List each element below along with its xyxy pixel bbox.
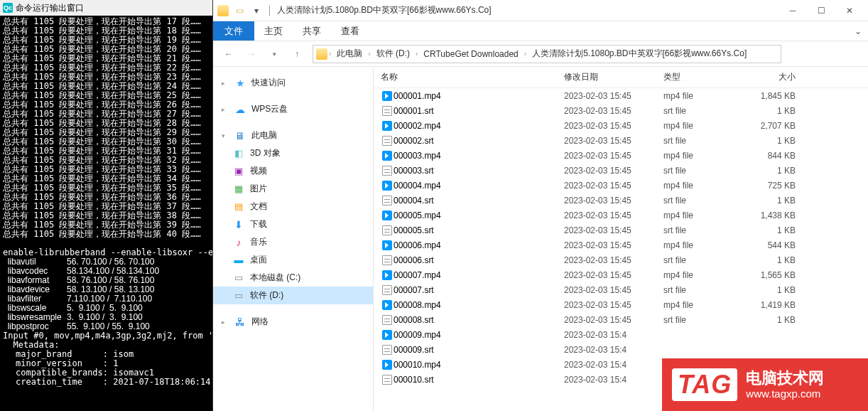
sidebar-item-quick-access[interactable]: ▸ ★ 快速访问 xyxy=(213,74,373,92)
file-row[interactable]: 000008.mp4 2023-02-03 15:45 mp4 file 1,4… xyxy=(374,297,868,312)
file-type: srt file xyxy=(663,136,746,146)
folder-icon xyxy=(217,5,229,16)
file-name: 000006.mp4 xyxy=(394,240,564,250)
video-file-icon xyxy=(381,269,394,281)
ribbon-tab-view[interactable]: 查看 xyxy=(331,21,369,41)
breadcrumb-folder2[interactable]: 人类清除计划5.1080p.BD中英双字[66影视www.66Ys.Co] xyxy=(528,48,751,60)
file-row[interactable]: 000007.srt 2023-02-03 15:45 srt file 1 K… xyxy=(374,282,868,297)
file-size: 1,438 KB xyxy=(746,210,803,220)
file-row[interactable]: 000006.srt 2023-02-03 15:45 srt file 1 K… xyxy=(374,252,868,267)
file-date: 2023-02-03 15:45 xyxy=(564,121,663,131)
file-row[interactable]: 000001.mp4 2023-02-03 15:45 mp4 file 1,8… xyxy=(374,88,868,103)
sidebar-item-wps[interactable]: ▸ ☁ WPS云盘 xyxy=(213,100,373,118)
chevron-right-icon[interactable]: ▸ xyxy=(222,319,229,326)
breadcrumb-sep-icon[interactable]: › xyxy=(329,50,331,58)
column-header-name[interactable]: 名称 xyxy=(381,71,564,83)
column-header-size[interactable]: 大小 xyxy=(746,71,803,83)
minimize-button[interactable]: ─ xyxy=(779,1,807,21)
video-file-icon xyxy=(381,299,394,311)
breadcrumb-sep-icon[interactable]: › xyxy=(416,50,418,58)
file-size: 1,419 KB xyxy=(746,300,803,310)
sidebar-item-label: 本地磁盘 (C:) xyxy=(250,272,300,284)
nav-back-button[interactable]: ← xyxy=(219,44,239,64)
sidebar-item-label: 文档 xyxy=(250,201,267,213)
file-row[interactable]: 000007.mp4 2023-02-03 15:45 mp4 file 1,5… xyxy=(374,267,868,282)
nav-forward-button[interactable]: → xyxy=(242,44,261,64)
file-date: 2023-02-03 15:45 xyxy=(564,181,663,191)
file-row[interactable]: 000005.mp4 2023-02-03 15:45 mp4 file 1,4… xyxy=(374,208,868,223)
file-date: 2023-02-03 15:45 xyxy=(564,136,663,146)
maximize-button[interactable]: ☐ xyxy=(807,1,835,21)
qat-dropdown-icon[interactable]: ▾ xyxy=(250,5,263,16)
close-button[interactable]: ✕ xyxy=(835,1,864,21)
sidebar-item-music[interactable]: ♪音乐 xyxy=(213,233,373,251)
explorer-window: ▭ ▾ │ 人类清除计划5.1080p.BD中英双字[66影视www.66Ys.… xyxy=(213,0,868,411)
file-type: srt file xyxy=(663,255,746,265)
sidebar-item-video[interactable]: ▣视频 xyxy=(213,162,373,180)
chevron-down-icon[interactable]: ▾ xyxy=(222,132,229,139)
sidebar-item-drive-c[interactable]: ▭本地磁盘 (C:) xyxy=(213,269,373,287)
window-title: 人类清除计划5.1080p.BD中英双字[66影视www.66Ys.Co] xyxy=(277,4,492,16)
file-row[interactable]: 000009.mp4 2023-02-03 15:4 xyxy=(374,327,868,342)
file-size: 1 KB xyxy=(746,106,803,116)
file-date: 2023-02-03 15:4 xyxy=(564,375,663,385)
watermark-overlay: TAG 电脑技术网 www.tagxp.com xyxy=(662,358,868,411)
column-header-type[interactable]: 类型 xyxy=(663,71,746,83)
breadcrumb-sep-icon[interactable]: › xyxy=(524,50,526,58)
watermark-title: 电脑技术网 xyxy=(746,369,824,388)
ribbon-file-tab[interactable]: 文件 xyxy=(213,21,254,41)
file-row[interactable]: 000001.srt 2023-02-03 15:45 srt file 1 K… xyxy=(374,103,868,118)
file-row[interactable]: 000002.srt 2023-02-03 15:45 srt file 1 K… xyxy=(374,133,868,148)
console-titlebar[interactable]: Qc 命令运行输出窗口 xyxy=(0,0,212,16)
sidebar-item-network[interactable]: ▸ 🖧 网络 xyxy=(213,313,373,331)
file-row[interactable]: 000005.srt 2023-02-03 15:45 srt file 1 K… xyxy=(374,223,868,237)
address-bar[interactable]: › 此电脑 › 软件 (D:) › CRTubeGet Downloaded ›… xyxy=(313,45,781,63)
file-row[interactable]: 000008.srt 2023-02-03 15:45 srt file 1 K… xyxy=(374,312,868,327)
sidebar-item-desktop[interactable]: ▬桌面 xyxy=(213,251,373,269)
sidebar-item-pictures[interactable]: ▦图片 xyxy=(213,180,373,198)
video-icon: ▣ xyxy=(233,166,244,177)
hdd-icon: ▭ xyxy=(233,272,244,284)
video-file-icon xyxy=(381,240,394,251)
nav-up-button[interactable]: ↑ xyxy=(287,44,307,64)
file-row[interactable]: 000004.srt 2023-02-03 15:45 srt file 1 K… xyxy=(374,193,868,208)
file-row[interactable]: 000004.mp4 2023-02-03 15:45 mp4 file 725… xyxy=(374,178,868,193)
file-date: 2023-02-03 15:45 xyxy=(564,196,663,206)
video-file-icon xyxy=(381,150,394,161)
breadcrumb-drive[interactable]: 软件 (D:) xyxy=(372,48,414,60)
qat-props-icon[interactable]: ▭ xyxy=(233,5,246,16)
file-row[interactable]: 000006.mp4 2023-02-03 15:45 mp4 file 544… xyxy=(374,237,868,252)
chevron-right-icon[interactable]: ▸ xyxy=(222,80,229,87)
breadcrumb-folder1[interactable]: CRTubeGet Downloaded xyxy=(419,49,522,59)
explorer-titlebar[interactable]: ▭ ▾ │ 人类清除计划5.1080p.BD中英双字[66影视www.66Ys.… xyxy=(213,0,868,21)
subtitle-file-icon xyxy=(381,105,394,117)
ribbon-tab-share[interactable]: 共享 xyxy=(293,21,331,41)
sidebar-item-label: 网络 xyxy=(251,316,268,328)
sidebar-item-downloads[interactable]: ⬇下载 xyxy=(213,215,373,233)
column-header-date[interactable]: 修改日期 xyxy=(564,71,663,83)
file-name: 000009.srt xyxy=(394,345,564,355)
breadcrumb-pc[interactable]: 此电脑 xyxy=(332,48,367,60)
file-date: 2023-02-03 15:45 xyxy=(564,270,663,280)
sidebar-item-3d[interactable]: ◧3D 对象 xyxy=(213,144,373,162)
subtitle-file-icon xyxy=(381,344,394,356)
pc-icon: 🖥 xyxy=(234,130,246,142)
file-type: mp4 file xyxy=(663,121,746,131)
file-name: 000010.srt xyxy=(394,375,564,385)
console-output[interactable]: 总共有 1105 段要处理，现在开始导出第 17 段……总共有 1105 段要处… xyxy=(0,16,212,388)
sidebar-item-this-pc[interactable]: ▾ 🖥 此电脑 xyxy=(213,127,373,144)
sidebar-item-label: 软件 (D:) xyxy=(250,289,283,301)
nav-recent-dropdown[interactable]: ▾ xyxy=(264,44,284,64)
ribbon-tab-home[interactable]: 主页 xyxy=(254,21,293,41)
sidebar-item-drive-d[interactable]: ▭软件 (D:) xyxy=(213,287,373,304)
file-row[interactable]: 000003.srt 2023-02-03 15:45 srt file 1 K… xyxy=(374,163,868,178)
file-row[interactable]: 000002.mp4 2023-02-03 15:45 mp4 file 2,7… xyxy=(374,118,868,133)
ribbon-expand-icon[interactable]: ⌄ xyxy=(848,21,868,41)
file-type: mp4 file xyxy=(663,181,746,191)
sidebar-item-documents[interactable]: ▤文档 xyxy=(213,198,373,215)
file-type: mp4 file xyxy=(663,240,746,250)
file-row[interactable]: 000009.srt 2023-02-03 15:4 xyxy=(374,342,868,357)
breadcrumb-sep-icon[interactable]: › xyxy=(368,50,370,58)
file-row[interactable]: 000003.mp4 2023-02-03 15:45 mp4 file 844… xyxy=(374,148,868,163)
chevron-right-icon[interactable]: ▸ xyxy=(222,106,229,113)
